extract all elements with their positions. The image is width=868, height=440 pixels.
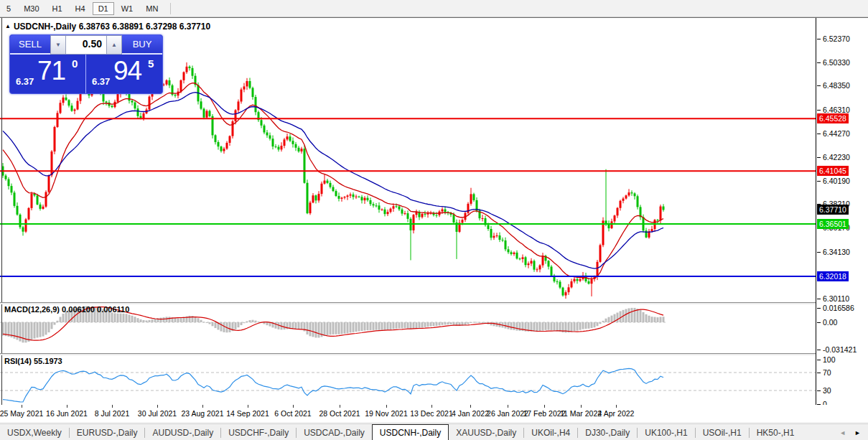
chart-symbol-label: USDCNH-,Daily	[14, 22, 76, 32]
chart-ohlc-values: 6.38763 6.38891 6.37298 6.37710	[79, 22, 211, 32]
tab-usdx-weekly[interactable]: USDX,Weekly	[0, 426, 69, 440]
level-price-label: 6.32018	[817, 271, 849, 281]
tab-dj30-daily[interactable]: DJ30-,Daily	[578, 426, 637, 440]
price-tick-label: 6.40190	[823, 177, 850, 185]
tab-uk100-h1[interactable]: UK100-,H1	[638, 426, 694, 440]
tab-usdchf-daily[interactable]: USDCHF-,Daily	[221, 426, 296, 440]
timeframe-mn[interactable]: MN	[140, 2, 164, 15]
date-tick-mark	[248, 405, 248, 408]
level-price-label: 6.36501	[817, 219, 849, 229]
date-label: 23 Aug 2021	[182, 409, 224, 418]
rsi-pane-label: RSI(14) 55.1973	[4, 357, 62, 365]
price-tick-label: 6.50330	[823, 58, 850, 67]
buy-price-pipette: 5	[148, 57, 154, 70]
sell-quote[interactable]: 6.37 71 0	[10, 55, 86, 93]
chart-window: ▲USDCNH-,Daily 6.38763 6.38891 6.37298 6…	[0, 17, 868, 406]
rsi-tick-label: 100	[823, 355, 836, 364]
axis-tick-mark	[817, 134, 821, 134]
macd-pane-divider[interactable]	[0, 302, 868, 304]
rsi-tick-label: 70	[823, 368, 831, 377]
date-label: 16 Jun 2021	[46, 409, 88, 418]
volume-decrease-icon[interactable]: ▼	[50, 35, 66, 55]
tab-scroll-left-icon[interactable]: ◄	[835, 428, 850, 438]
price-axis[interactable]: 6.523706.503306.483506.463106.442706.422…	[816, 18, 868, 405]
date-label: 17 Feb 2022	[523, 409, 566, 418]
chart-title: ▲USDCNH-,Daily 6.38763 6.38891 6.37298 6…	[5, 22, 210, 32]
timeframe-w1[interactable]: W1	[116, 2, 139, 15]
axis-tick-mark	[817, 85, 821, 86]
sell-button[interactable]: SELL	[10, 35, 50, 55]
axis-tick-mark	[817, 39, 821, 39]
axis-tick-mark	[817, 110, 821, 111]
date-tick-mark	[22, 405, 22, 408]
axis-tick-mark	[817, 157, 821, 158]
tab-scroll-right-icon[interactable]: ►	[850, 428, 865, 438]
tab-usdcnh-daily[interactable]: USDCNH-,Daily	[372, 424, 449, 440]
collapse-panel-icon[interactable]: ▲	[5, 23, 11, 29]
axis-tick-mark	[817, 360, 821, 360]
date-tick-mark	[431, 405, 432, 408]
tab-usdcad-daily[interactable]: USDCAD-,Daily	[297, 426, 372, 440]
macd-tick-label: 0.016586	[823, 304, 854, 312]
volume-increase-icon[interactable]: ▲	[106, 35, 122, 55]
tab-usoil-h1[interactable]: USOil-,H1	[696, 426, 749, 440]
macd-pane-label: MACD(12,26,9) 0.006100 0.006110	[4, 305, 129, 314]
date-tick-mark	[508, 405, 508, 408]
timeframe-toolbar: 5M30H1H4D1W1MN	[0, 0, 868, 17]
sell-price-prefix: 6.37	[16, 76, 34, 87]
level-price-label: 6.41045	[817, 166, 849, 176]
date-tick-mark	[67, 405, 67, 408]
date-tick-mark	[202, 405, 203, 408]
axis-tick-mark	[817, 181, 821, 182]
timeframe-d1[interactable]: D1	[93, 2, 114, 15]
tab-audusd-daily[interactable]: AUDUSD-,Daily	[145, 426, 220, 440]
buy-button[interactable]: BUY	[122, 35, 162, 55]
rsi-tick-label: 30	[823, 386, 831, 395]
tab-eurusd-daily[interactable]: EURUSD-,Daily	[70, 426, 145, 440]
macd-tick-label: 0.00	[823, 318, 837, 327]
date-label: 19 Nov 2021	[365, 409, 408, 418]
buy-price-digits: 94	[113, 56, 141, 86]
current-price-label: 6.37710	[817, 205, 849, 215]
time-axis[interactable]: 25 May 202116 Jun 20218 Jul 202130 Jul 2…	[0, 405, 868, 422]
timeframe-m30[interactable]: M30	[18, 2, 45, 15]
axis-tick-mark	[817, 299, 821, 299]
date-tick-mark	[112, 405, 113, 408]
timeframe-h1[interactable]: H1	[47, 2, 68, 15]
date-label: 28 Oct 2021	[319, 409, 360, 418]
price-tick-label: 6.44270	[823, 129, 850, 138]
volume-input[interactable]: 0.50	[66, 35, 106, 55]
tab-hk50-h1[interactable]: HK50-,H1	[750, 426, 802, 440]
one-click-trade-panel: SELL ▼ 0.50 ▲ BUY 6.37 71 0 6.37 94 5	[9, 34, 163, 94]
timeframe-h4[interactable]: H4	[70, 2, 91, 15]
date-label: 4 Jan 2022	[452, 409, 489, 418]
date-label: 13 Dec 2021	[410, 409, 453, 418]
tab-ukoil-h4[interactable]: UKOil-,H4	[524, 426, 577, 440]
axis-tick-mark	[817, 373, 821, 373]
timeframe-5[interactable]: 5	[1, 2, 17, 15]
date-label: 6 Oct 2021	[274, 409, 311, 418]
axis-tick-mark	[817, 322, 821, 323]
macd-tick-label: -0.031421	[823, 345, 857, 354]
toolbar-separator	[170, 3, 171, 14]
sell-price-digits: 71	[37, 56, 65, 86]
trade-panel-top-row: SELL ▼ 0.50 ▲ BUY	[10, 35, 162, 55]
date-tick-mark	[470, 405, 471, 408]
date-tick-mark	[340, 405, 340, 408]
mt4-window: 5M30H1H4D1W1MN ▲USDCNH-,Daily 6.38763 6.…	[0, 0, 868, 440]
date-label: 8 Jul 2021	[95, 409, 129, 418]
date-label: 4 Apr 2022	[598, 409, 635, 418]
axis-tick-mark	[817, 350, 821, 350]
price-tick-label: 6.48350	[823, 81, 850, 90]
tab-xauusd-daily[interactable]: XAUUSD-,Daily	[449, 426, 523, 440]
date-tick-mark	[616, 405, 617, 408]
axis-tick-mark	[817, 308, 821, 309]
axis-tick-mark	[817, 62, 821, 63]
buy-quote[interactable]: 6.37 94 5	[86, 55, 162, 93]
price-tick-label: 6.52370	[823, 34, 850, 43]
date-tick-mark	[544, 405, 545, 408]
date-label: 11 Mar 2022	[560, 409, 602, 418]
rsi-pane-divider[interactable]	[0, 353, 868, 355]
date-tick-mark	[293, 405, 294, 408]
level-price-label: 6.45528	[817, 113, 849, 123]
